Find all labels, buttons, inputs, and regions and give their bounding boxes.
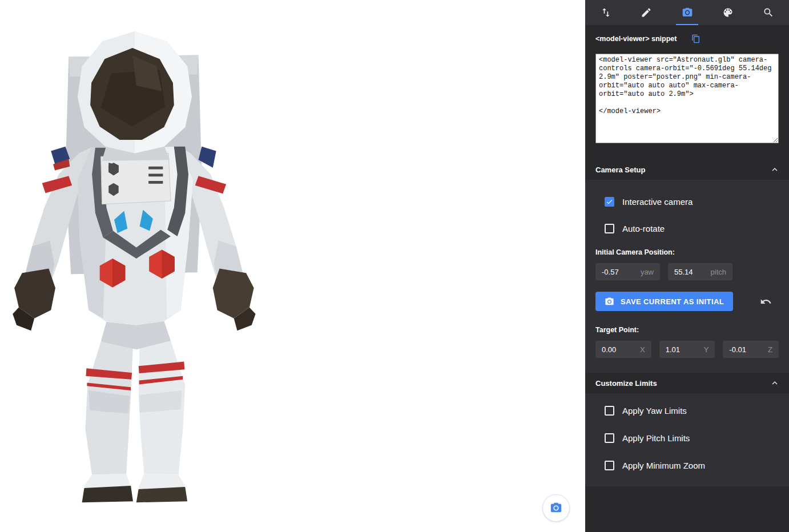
check-icon bbox=[606, 198, 613, 205]
yaw-field[interactable]: yaw bbox=[595, 263, 660, 280]
camera-icon bbox=[682, 7, 693, 18]
chevron-up-icon bbox=[770, 164, 780, 175]
collapse-customize-limits-button[interactable] bbox=[767, 376, 782, 390]
apply-pitch-limits-label: Apply Pitch Limits bbox=[622, 433, 690, 443]
editor-panel: <model-viewer> snippet <model-viewer src… bbox=[585, 0, 789, 532]
customize-limits-section: Apply Yaw Limits Apply Pitch Limits Appl… bbox=[585, 393, 789, 486]
target-y-suffix: Y bbox=[704, 345, 709, 354]
save-button-label: SAVE CURRENT AS INITIAL bbox=[621, 297, 724, 306]
tab-inspector[interactable] bbox=[748, 0, 789, 25]
auto-rotate-checkbox[interactable] bbox=[605, 224, 614, 233]
pencil-icon bbox=[641, 7, 652, 18]
snippet-code-editor[interactable]: <model-viewer src="Astronaut.glb" camera… bbox=[595, 54, 779, 143]
target-z-input[interactable] bbox=[729, 345, 759, 354]
undo-button[interactable] bbox=[759, 295, 773, 309]
tab-materials[interactable] bbox=[707, 0, 748, 25]
tab-edit[interactable] bbox=[626, 0, 666, 25]
snippet-title: <model-viewer> snippet bbox=[595, 35, 677, 43]
apply-yaw-limits-label: Apply Yaw Limits bbox=[622, 406, 687, 416]
camera-icon bbox=[605, 297, 614, 307]
collapse-camera-setup-button[interactable] bbox=[767, 162, 782, 177]
interactive-camera-label: Interactive camera bbox=[622, 197, 693, 207]
target-point-label: Target Point: bbox=[595, 326, 779, 334]
yaw-input[interactable] bbox=[602, 268, 631, 276]
save-current-as-initial-button[interactable]: SAVE CURRENT AS INITIAL bbox=[595, 292, 733, 311]
panel-bottom-filler bbox=[585, 486, 789, 515]
chevron-up-icon bbox=[770, 378, 780, 388]
auto-rotate-row[interactable]: Auto-rotate bbox=[605, 224, 779, 233]
target-x-input[interactable] bbox=[602, 345, 631, 354]
tab-camera[interactable] bbox=[667, 0, 707, 25]
apply-yaw-limits-checkbox[interactable] bbox=[605, 406, 614, 416]
target-z-suffix: Z bbox=[768, 345, 772, 354]
apply-pitch-limits-row[interactable]: Apply Pitch Limits bbox=[605, 433, 779, 443]
camera-setup-section: Interactive camera Auto-rotate Initial C… bbox=[585, 180, 789, 373]
search-icon bbox=[763, 7, 774, 18]
target-z-field[interactable]: Z bbox=[723, 341, 779, 358]
model-viewer-canvas[interactable] bbox=[0, 0, 585, 532]
copy-snippet-button[interactable] bbox=[691, 34, 701, 43]
camera-setup-header[interactable]: Camera Setup bbox=[585, 159, 789, 180]
astronaut-model bbox=[0, 8, 286, 507]
target-x-field[interactable]: X bbox=[595, 341, 651, 358]
customize-limits-title: Customize Limits bbox=[595, 379, 657, 388]
download-poster-button[interactable] bbox=[542, 494, 570, 522]
undo-icon bbox=[760, 296, 772, 308]
auto-rotate-label: Auto-rotate bbox=[622, 224, 665, 233]
pitch-input[interactable] bbox=[674, 268, 704, 276]
import-export-icon bbox=[600, 7, 611, 18]
apply-yaw-limits-row[interactable]: Apply Yaw Limits bbox=[605, 406, 779, 416]
target-x-suffix: X bbox=[640, 345, 645, 354]
pitch-suffix: pitch bbox=[711, 268, 726, 276]
yaw-suffix: yaw bbox=[641, 268, 654, 276]
apply-minimum-zoom-checkbox[interactable] bbox=[605, 461, 614, 470]
copy-icon bbox=[691, 34, 701, 43]
initial-camera-position-label: Initial Camera Position: bbox=[595, 248, 779, 256]
target-y-input[interactable] bbox=[666, 345, 695, 354]
interactive-camera-checkbox[interactable] bbox=[605, 197, 614, 207]
apply-pitch-limits-checkbox[interactable] bbox=[605, 433, 614, 443]
panel-toolbar bbox=[585, 0, 789, 25]
customize-limits-header[interactable]: Customize Limits bbox=[585, 373, 789, 393]
apply-minimum-zoom-label: Apply Minimum Zoom bbox=[622, 461, 705, 470]
camera-icon bbox=[550, 502, 562, 514]
camera-setup-title: Camera Setup bbox=[595, 166, 645, 174]
target-y-field[interactable]: Y bbox=[659, 341, 715, 358]
interactive-camera-row[interactable]: Interactive camera bbox=[605, 197, 779, 207]
tab-file-import[interactable] bbox=[585, 0, 626, 25]
apply-minimum-zoom-row[interactable]: Apply Minimum Zoom bbox=[605, 461, 779, 470]
palette-icon bbox=[722, 7, 734, 18]
pitch-field[interactable]: pitch bbox=[668, 263, 732, 280]
